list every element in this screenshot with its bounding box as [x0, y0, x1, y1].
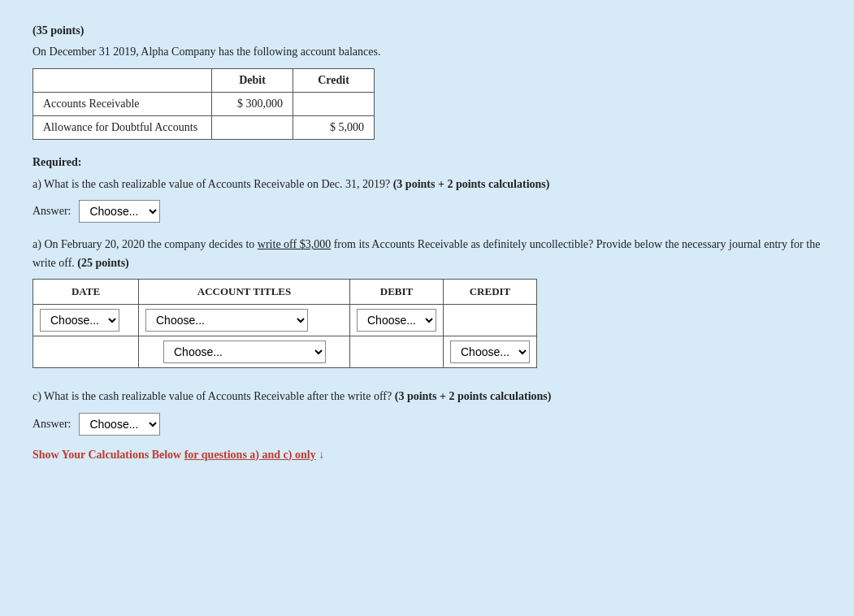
points-header: (35 points): [33, 24, 821, 37]
balance-col-account: [33, 69, 212, 93]
journal-row2-debit-cell: [350, 336, 444, 368]
journal-row1-account-select[interactable]: Choose...: [145, 309, 308, 332]
balance-col-credit: Credit: [293, 69, 375, 93]
account-receivable-label: Accounts Receivable: [33, 93, 212, 116]
question-c-bold: (3 points + 2 points calculations): [395, 390, 552, 402]
allowance-credit: $ 5,000: [293, 116, 375, 140]
show-calculations: Show Your Calculations Below for questio…: [33, 449, 821, 462]
question-a-text: a) What is the cash realizable value of …: [33, 176, 821, 193]
show-calc-underline: for questions a) and c) only: [184, 449, 316, 461]
account-receivable-debit: $ 300,000: [212, 93, 293, 116]
journal-col-credit: CREDIT: [444, 280, 537, 305]
journal-row2-account-cell: Choose...: [139, 336, 350, 368]
journal-row2-date-cell: [33, 336, 139, 368]
question-b-underline: write off $3,000: [258, 238, 331, 250]
journal-row1-date-select[interactable]: Choose...: [40, 309, 119, 332]
question-c-block: c) What is the cash realizable value of …: [33, 388, 821, 435]
question-b-text-part1: a) On February 20, 2020 the company deci…: [33, 238, 254, 250]
journal-col-date: DATE: [33, 280, 139, 305]
journal-row-1: Choose... Choose... Choose...: [33, 305, 537, 336]
balance-table: Debit Credit Accounts Receivable $ 300,0…: [33, 68, 375, 140]
show-calc-start: Show Your Calculations Below: [33, 449, 181, 461]
intro-text: On December 31 2019, Alpha Company has t…: [33, 46, 821, 59]
question-a-answer-row: Answer: Choose...: [33, 200, 821, 223]
journal-row2-credit-select[interactable]: Choose...: [450, 341, 530, 363]
required-label: Required:: [33, 156, 821, 169]
table-row: Allowance for Doubtful Accounts $ 5,000: [33, 116, 375, 140]
question-c-text: c) What is the cash realizable value of …: [33, 388, 821, 406]
question-c-answer-label: Answer:: [33, 418, 71, 431]
table-row: Accounts Receivable $ 300,000: [33, 93, 375, 116]
journal-row2-account-select[interactable]: Choose...: [163, 341, 326, 363]
allowance-label: Allowance for Doubtful Accounts: [33, 116, 212, 140]
journal-row2-credit-cell: Choose...: [444, 336, 537, 368]
journal-table: DATE ACCOUNT TITLES DEBIT CREDIT Choose.…: [33, 279, 537, 368]
question-a-text-part1: a) What is the cash realizable value of …: [33, 178, 390, 190]
question-c-text-part1: c) What is the cash realizable value of …: [33, 390, 392, 402]
balance-col-debit: Debit: [212, 69, 293, 93]
account-receivable-credit: [293, 93, 375, 116]
question-a-answer-select[interactable]: Choose...: [79, 200, 160, 223]
question-c-answer-row: Answer: Choose...: [33, 413, 821, 436]
journal-row-2: Choose... Choose...: [33, 336, 537, 368]
allowance-debit: [212, 116, 293, 140]
question-a-bold: (3 points + 2 points calculations): [393, 178, 550, 190]
journal-row1-date-cell: Choose...: [33, 305, 139, 336]
journal-col-account: ACCOUNT TITLES: [139, 280, 350, 305]
journal-row1-debit-select[interactable]: Choose...: [357, 309, 436, 332]
journal-row1-debit-cell: Choose...: [350, 305, 444, 336]
journal-row1-account-cell: Choose...: [139, 305, 350, 336]
question-b-block: a) On February 20, 2020 the company deci…: [33, 236, 821, 368]
question-b-text: a) On February 20, 2020 the company deci…: [33, 236, 821, 272]
journal-row1-credit-cell: [444, 305, 537, 336]
question-c-answer-select[interactable]: Choose...: [79, 413, 160, 436]
question-a-block: a) What is the cash realizable value of …: [33, 176, 821, 223]
question-a-answer-label: Answer:: [33, 205, 71, 218]
question-b-bold: (25 points): [77, 257, 128, 269]
journal-col-debit: DEBIT: [350, 280, 444, 305]
show-calc-arrow: ↓: [319, 449, 324, 461]
